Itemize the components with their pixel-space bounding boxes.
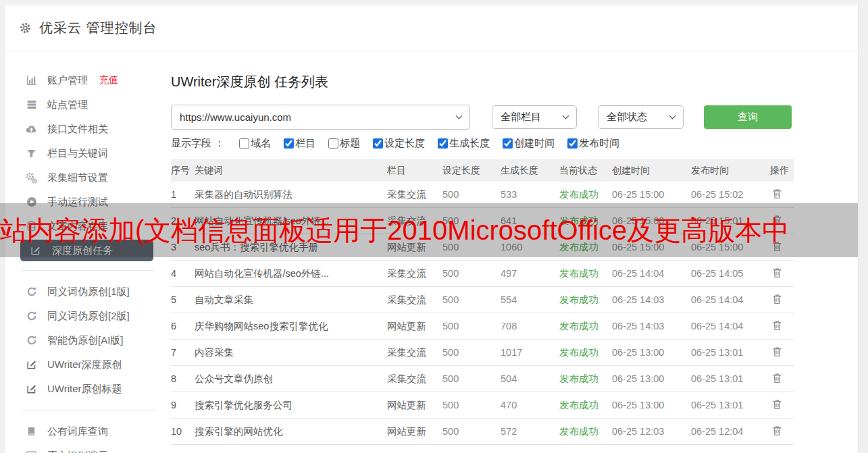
cell-status: 发布成功 — [559, 320, 612, 333]
delete-task-button[interactable] — [770, 186, 784, 203]
bar-chart-icon — [26, 75, 37, 86]
cell-set_len: 500 — [442, 400, 501, 410]
vertical-scrollbar[interactable] — [859, 0, 868, 453]
chevron-down-icon — [669, 113, 676, 119]
cell-gen_len: 1017 — [501, 347, 559, 358]
cell-status: 发布成功 — [559, 294, 612, 307]
table-header-cell: 操作 — [770, 165, 794, 177]
checkbox-input[interactable] — [438, 138, 448, 149]
recharge-badge[interactable]: 充值 — [99, 74, 118, 86]
sidebar-item-采集细节设置[interactable]: 采集细节设置 — [5, 165, 171, 190]
sidebar-item-接口文件相关[interactable]: 接口文件相关 — [5, 117, 171, 141]
field-checkbox-label: 栏目 — [295, 137, 315, 150]
field-checkbox-设定长度[interactable]: 设定长度 — [373, 137, 425, 150]
checkbox-input[interactable] — [567, 138, 578, 149]
checkbox-input[interactable] — [284, 138, 294, 149]
field-checkbox-域名[interactable]: 域名 — [239, 137, 271, 150]
chevron-down-icon — [563, 113, 569, 119]
cell-published: 06-25 13:01 — [691, 373, 770, 384]
trash-icon — [771, 398, 783, 410]
checkbox-input[interactable] — [328, 138, 338, 149]
refresh-icon — [26, 311, 37, 321]
trash-icon — [771, 425, 783, 437]
sidebar-item-账户管理[interactable]: 账户管理充值 — [5, 68, 171, 92]
field-checkbox-label: 发布时间 — [579, 137, 619, 150]
field-checkbox-label: 设定长度 — [384, 137, 425, 150]
delete-task-button[interactable] — [770, 292, 784, 309]
gears-icon — [26, 172, 37, 184]
app-title: 优采云 管理控制台 — [39, 19, 157, 37]
table-header-cell: 当前状态 — [559, 165, 612, 177]
cell-gen_len: 554 — [501, 294, 559, 305]
cell-published: 06-25 13:01 — [691, 347, 770, 358]
cell-published: 06-25 14:04 — [691, 321, 770, 331]
sidebar-item-UWriter深度原创[interactable]: UWriter深度原创 — [5, 352, 171, 377]
cell-created: 06-25 13:00 — [612, 347, 691, 358]
query-button[interactable]: 查询 — [704, 105, 792, 129]
cell-created: 06-25 13:00 — [612, 373, 691, 384]
sidebar-item-智能伪原创[AI版][interactable]: 智能伪原创[AI版] — [5, 328, 171, 352]
cell-status: 发布成功 — [559, 425, 612, 438]
table-header-cell: 生成长度 — [501, 165, 559, 177]
delete-task-button[interactable] — [770, 423, 784, 440]
delete-task-button[interactable] — [770, 371, 784, 388]
sidebar-item-label: UWriter原创标题 — [47, 383, 122, 396]
sidebar-item-正文识别演示[interactable]: 正文识别演示 — [5, 444, 171, 453]
sidebar-divider — [22, 270, 155, 271]
cell-no: 4 — [171, 268, 195, 279]
cell-gen_len: 708 — [501, 321, 559, 331]
top-header: 优采云 管理控制台 — [5, 5, 858, 51]
refresh-icon — [26, 335, 37, 346]
cell-no: 8 — [171, 373, 195, 384]
refresh-icon — [26, 286, 37, 297]
cell-keyword: 庆华购物网站seo搜索引擎优化 — [195, 320, 387, 333]
sidebar-item-同义词伪原创[2版][interactable]: 同义词伪原创[2版] — [5, 304, 171, 328]
sidebar-item-label: 账户管理 — [47, 74, 88, 87]
status-select[interactable]: 全部状态 — [598, 105, 684, 129]
cell-created: 06-25 14:04 — [612, 268, 691, 279]
table-header-cell: 创建时间 — [612, 165, 691, 177]
field-checkbox-标题[interactable]: 标题 — [328, 137, 360, 150]
sidebar-item-站点管理[interactable]: 站点管理 — [5, 92, 171, 117]
table-header-cell: 序号 — [171, 165, 195, 177]
checkbox-input[interactable] — [239, 138, 249, 149]
sidebar-item-label: 接口文件相关 — [47, 123, 108, 136]
field-checkbox-创建时间[interactable]: 创建时间 — [503, 137, 555, 150]
field-checkbox-生成长度[interactable]: 生成长度 — [438, 137, 490, 150]
sidebar-item-公有词库查询[interactable]: 公有词库查询 — [5, 419, 171, 444]
column-select[interactable]: 全部栏目 — [492, 105, 577, 129]
site-select[interactable]: https://www.ucaiyun.com — [171, 105, 470, 130]
cell-status: 发布成功 — [559, 188, 612, 201]
table-row: 5自动文章采集采集交流500554发布成功06-25 14:0306-25 14… — [171, 287, 794, 313]
field-checkbox-栏目[interactable]: 栏目 — [284, 137, 315, 150]
trash-icon — [771, 267, 783, 279]
checkbox-input[interactable] — [373, 138, 383, 149]
monitor-icon — [26, 450, 37, 453]
delete-task-button[interactable] — [770, 265, 784, 282]
delete-task-button[interactable] — [770, 318, 784, 335]
cell-column: 采集交流 — [387, 294, 442, 307]
cell-set_len: 500 — [442, 373, 501, 384]
cell-gen_len: 470 — [501, 400, 559, 410]
table-row: 9搜索引擎优化服务公司网站更新500470发布成功06-25 13:0006-2… — [171, 392, 794, 419]
sidebar-item-UWriter原创标题[interactable]: UWriter原创标题 — [5, 377, 171, 401]
checkbox-input[interactable] — [503, 138, 513, 149]
field-checkbox-发布时间[interactable]: 发布时间 — [567, 137, 619, 150]
table-row: 10搜索引擎的网站优化网站更新500572发布成功06-25 12:0306-2… — [171, 419, 794, 445]
trash-icon — [771, 293, 783, 305]
filter-icon — [26, 149, 37, 159]
field-checkbox-label: 标题 — [340, 137, 360, 150]
status-select-value: 全部状态 — [607, 111, 647, 124]
site-select-value: https://www.ucaiyun.com — [180, 111, 291, 123]
cell-published: 06-25 14:05 — [691, 268, 770, 279]
cell-created: 06-25 12:03 — [612, 426, 691, 437]
cell-gen_len: 533 — [501, 189, 559, 200]
cell-set_len: 500 — [442, 347, 501, 358]
cell-column: 采集交流 — [387, 346, 442, 359]
sidebar-item-栏目与关键词[interactable]: 栏目与关键词 — [5, 141, 171, 165]
table-row: 6庆华购物网站seo搜索引擎优化网站更新500708发布成功06-25 14:0… — [171, 313, 794, 340]
table-header-cell: 栏目 — [387, 165, 442, 177]
sidebar-item-同义词伪原创[1版][interactable]: 同义词伪原创[1版] — [5, 279, 171, 304]
delete-task-button[interactable] — [770, 397, 784, 414]
delete-task-button[interactable] — [770, 344, 784, 361]
